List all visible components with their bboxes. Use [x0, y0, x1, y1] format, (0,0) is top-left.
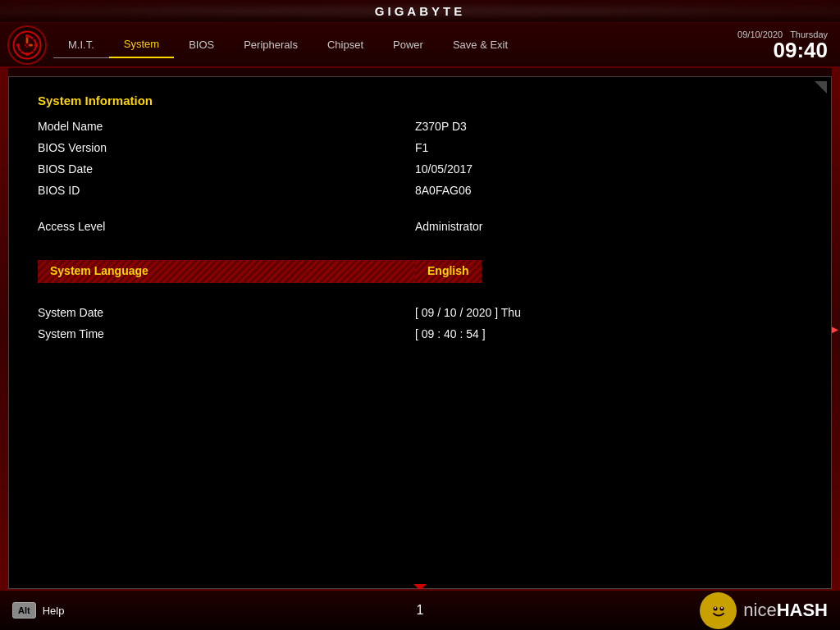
model-name-label: Model Name [38, 120, 415, 133]
side-right-bar: ▶ [832, 68, 840, 589]
divider-1 [38, 205, 802, 220]
main-content-panel: System Information Model Name Z370P D3 B… [8, 76, 832, 589]
logo [0, 22, 53, 67]
system-date-row[interactable]: System Date [ 09 / 10 / 2020 ] Thu [38, 306, 802, 319]
bottom-bar: Alt Help 1 niceHASH [0, 589, 840, 630]
bios-date-label: BIOS Date [38, 162, 415, 176]
svg-point-10 [721, 607, 723, 609]
bios-version-value: F1 [415, 141, 428, 154]
bios-version-label: BIOS Version [38, 141, 415, 154]
svg-point-4 [25, 52, 28, 55]
side-left-bar [0, 68, 8, 589]
divider-3 [38, 291, 802, 306]
section-title: System Information [38, 94, 802, 107]
datetime-time: 09:40 [737, 39, 828, 61]
system-time-label: System Time [38, 327, 415, 340]
nicehash-logo-svg [706, 598, 731, 623]
nav-item-peripherals[interactable]: Peripherals [229, 32, 313, 57]
svg-point-3 [34, 43, 37, 46]
svg-point-5 [16, 43, 19, 46]
language-value-bg: English [415, 260, 482, 283]
system-language-row[interactable]: System Language English [38, 260, 802, 283]
nav-item-mit[interactable]: M.I.T. [53, 32, 109, 58]
logo-icon [9, 27, 45, 63]
access-level-value: Administrator [415, 220, 482, 233]
system-time-row[interactable]: System Time [ 09 : 40 : 54 ] [38, 327, 802, 340]
header-bar: GIGABYTE [0, 0, 840, 23]
nicehash-text: niceHASH [743, 600, 828, 621]
bios-date-row: BIOS Date 10/05/2017 [38, 162, 802, 176]
nav-item-power[interactable]: Power [378, 32, 438, 57]
help-section: Alt Help [12, 602, 64, 619]
svg-point-6 [707, 599, 730, 622]
svg-point-2 [25, 34, 28, 37]
bios-id-label: BIOS ID [38, 184, 415, 197]
nav-item-bios[interactable]: BIOS [174, 32, 229, 57]
alt-key-button: Alt [12, 602, 36, 619]
system-date-label: System Date [38, 306, 415, 319]
language-label-bg: System Language [38, 260, 415, 283]
bios-version-row: BIOS Version F1 [38, 141, 802, 154]
bios-id-value: 8A0FAG06 [415, 184, 472, 197]
page-number: 1 [417, 603, 424, 618]
nicehash-icon [700, 592, 737, 629]
system-time-value: [ 09 : 40 : 54 ] [415, 327, 486, 340]
nav-item-system[interactable]: System [109, 31, 174, 58]
divider-2 [38, 241, 802, 256]
access-level-label: Access Level [38, 220, 415, 233]
svg-point-9 [714, 607, 716, 609]
language-label: System Language [50, 264, 148, 277]
nav-bar: M.I.T. System BIOS Peripherals Chipset P… [0, 23, 840, 68]
language-value: English [427, 264, 469, 277]
nice-text: nice [743, 600, 776, 620]
model-name-row: Model Name Z370P D3 [38, 120, 802, 133]
brand-title: GIGABYTE [375, 4, 465, 18]
bios-date-value: 10/05/2017 [415, 162, 472, 176]
model-name-value: Z370P D3 [415, 120, 467, 133]
nav-item-save-exit[interactable]: Save & Exit [438, 32, 523, 57]
help-label: Help [43, 605, 65, 617]
system-date-value: [ 09 / 10 / 2020 ] Thu [415, 306, 521, 319]
right-arrow-icon: ▶ [832, 322, 838, 336]
hash-text: HASH [777, 600, 828, 620]
datetime-display: 09/10/2020 Thursday 09:40 [737, 30, 828, 61]
logo-circle [7, 25, 47, 65]
access-level-row: Access Level Administrator [38, 220, 802, 233]
nav-items: M.I.T. System BIOS Peripherals Chipset P… [53, 31, 840, 58]
nav-item-chipset[interactable]: Chipset [313, 32, 378, 57]
bios-id-row: BIOS ID 8A0FAG06 [38, 184, 802, 197]
nicehash-branding: niceHASH [700, 592, 828, 629]
